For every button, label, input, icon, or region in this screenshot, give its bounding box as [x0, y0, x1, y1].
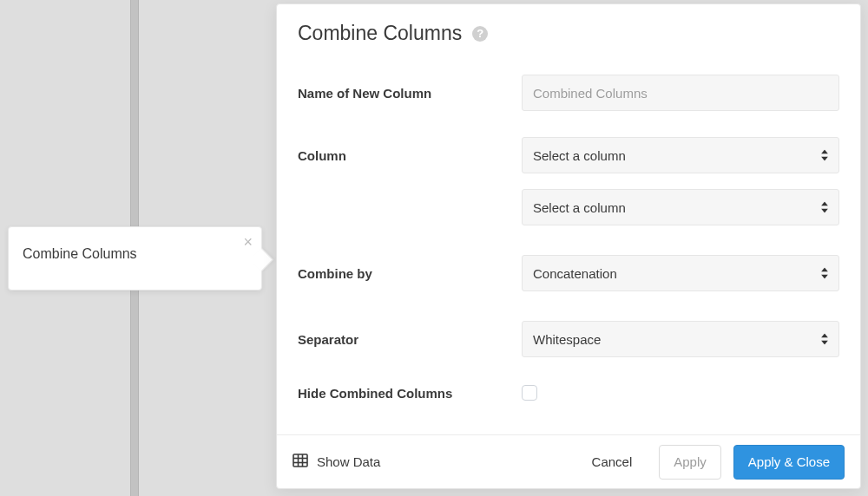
panel-footer: Show Data Cancel Apply Apply & Close: [277, 434, 860, 488]
label-separator: Separator: [298, 332, 522, 347]
close-icon[interactable]: ×: [243, 234, 253, 250]
cancel-button[interactable]: Cancel: [577, 445, 648, 480]
label-name: Name of New Column: [298, 86, 522, 101]
row-hide: Hide Combined Columns: [298, 385, 839, 401]
node-combine-columns[interactable]: × Combine Columns: [8, 226, 262, 290]
column-select-2[interactable]: Select a column: [522, 189, 839, 225]
column-select-1[interactable]: Select a column: [522, 137, 839, 173]
label-combine-by: Combine by: [298, 266, 522, 281]
panel-title: Combine Columns: [298, 22, 462, 45]
combine-by-value: Concatenation: [533, 266, 617, 281]
row-combine-by: Combine by Concatenation: [298, 255, 839, 291]
chevron-updown-icon: [821, 202, 828, 213]
hide-combined-checkbox[interactable]: [522, 385, 537, 401]
separator-select[interactable]: Whitespace: [522, 321, 839, 357]
row-name: Name of New Column: [298, 75, 839, 111]
row-column-2: Select a column: [298, 189, 839, 225]
canvas: × Combine Columns Combine Columns ? Name…: [0, 0, 868, 496]
label-hide: Hide Combined Columns: [298, 386, 522, 401]
node-title: Combine Columns: [23, 246, 137, 262]
apply-button[interactable]: Apply: [659, 445, 721, 480]
svg-rect-0: [293, 454, 307, 467]
chevron-updown-icon: [821, 268, 828, 279]
column-select-2-value: Select a column: [533, 200, 626, 215]
column-select-1-value: Select a column: [533, 148, 626, 163]
show-data-button[interactable]: Show Data: [293, 454, 380, 471]
show-data-label: Show Data: [317, 454, 380, 469]
help-icon[interactable]: ?: [472, 26, 488, 42]
apply-close-button[interactable]: Apply & Close: [733, 445, 845, 480]
chevron-updown-icon: [821, 150, 828, 161]
panel-body: Name of New Column Column Select a colum…: [277, 54, 860, 434]
separator-value: Whitespace: [533, 332, 601, 347]
label-column: Column: [298, 148, 522, 163]
panel-header: Combine Columns ?: [277, 4, 860, 54]
new-column-name-input[interactable]: [522, 75, 839, 111]
combine-by-select[interactable]: Concatenation: [522, 255, 839, 291]
row-column-1: Column Select a column: [298, 137, 839, 173]
row-separator: Separator Whitespace: [298, 321, 839, 357]
table-icon: [293, 454, 308, 471]
settings-panel: Combine Columns ? Name of New Column Col…: [276, 3, 861, 489]
chevron-updown-icon: [821, 334, 828, 345]
